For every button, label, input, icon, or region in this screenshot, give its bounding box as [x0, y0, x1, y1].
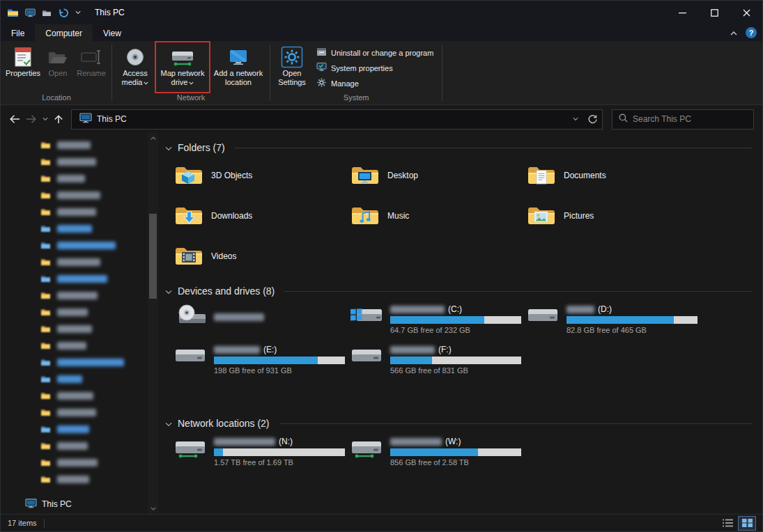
sidebar-item-redacted[interactable] — [1, 237, 158, 253]
folder-tile-pictures[interactable]: Pictures — [526, 200, 696, 232]
address-bar[interactable]: This PC — [71, 109, 603, 130]
rename-button[interactable]: Rename — [73, 42, 109, 92]
redacted-label — [57, 141, 91, 149]
undo-icon[interactable] — [58, 8, 69, 17]
sidebar-item-redacted[interactable] — [1, 287, 158, 304]
sidebar-item-redacted[interactable] — [1, 304, 158, 320]
thumbnails-view-toggle[interactable] — [739, 517, 755, 530]
sidebar-item-redacted[interactable] — [1, 253, 158, 270]
folder-name: Downloads — [211, 211, 252, 221]
folder-tile-3d-objects[interactable]: 3D Objects — [174, 159, 344, 191]
sidebar-item-redacted[interactable] — [1, 387, 158, 404]
tab-view[interactable]: View — [93, 24, 132, 41]
sidebar-item-redacted[interactable] — [1, 136, 158, 153]
sidebar-item-redacted[interactable] — [1, 203, 158, 220]
address-dropdown-chevron-icon[interactable] — [567, 110, 584, 129]
back-button[interactable] — [6, 110, 23, 128]
up-button[interactable] — [50, 110, 67, 128]
drives-section-header[interactable]: Devices and drives (8) — [165, 282, 753, 300]
redacted-label — [57, 158, 96, 166]
close-button[interactable] — [730, 1, 762, 24]
sidebar-item-redacted[interactable] — [1, 404, 158, 421]
folder-icon — [40, 274, 51, 283]
search-box[interactable] — [612, 109, 754, 130]
sidebar-item-redacted[interactable] — [1, 370, 158, 387]
network-section-header[interactable]: Network locations (2) — [165, 414, 753, 432]
group-label-system: System — [272, 92, 440, 104]
sidebar-item-redacted[interactable] — [1, 337, 158, 354]
uninstall-program-item[interactable]: Uninstall or change a program — [313, 46, 437, 59]
properties-qat-icon[interactable] — [25, 8, 36, 17]
open-settings-button[interactable]: Open Settings — [272, 42, 311, 92]
minimize-button[interactable] — [666, 1, 698, 24]
chevron-down-icon — [144, 78, 148, 87]
manage-item[interactable]: Manage — [313, 77, 437, 90]
folder-name: Documents — [564, 171, 606, 180]
properties-button[interactable]: Properties — [3, 42, 43, 92]
scrollbar-thumb[interactable] — [149, 214, 157, 299]
map-network-drive-button[interactable]: Map network drive — [155, 41, 210, 93]
sidebar-item-redacted[interactable] — [1, 170, 158, 187]
capacity-bar — [214, 357, 345, 364]
sidebar-item-this-pc[interactable]: This PC — [1, 496, 147, 513]
redacted-label — [57, 325, 92, 333]
scroll-up-icon[interactable] — [148, 133, 158, 143]
section-title: Folders (7) — [178, 142, 225, 153]
tab-computer[interactable]: Computer — [35, 24, 93, 41]
sidebar-item-redacted[interactable] — [1, 220, 158, 237]
help-icon[interactable]: ? — [746, 27, 757, 38]
access-media-button[interactable]: Access media — [114, 42, 156, 92]
recent-locations-chevron-icon[interactable] — [40, 110, 50, 128]
details-view-toggle[interactable] — [719, 517, 736, 530]
folder-tile-music[interactable]: Music — [350, 200, 520, 232]
collapse-ribbon-icon[interactable] — [730, 28, 737, 38]
new-folder-qat-icon[interactable] — [42, 9, 52, 17]
drive-tile-c[interactable]: (C:)64.7 GB free of 232 GB — [350, 303, 520, 335]
sidebar-item-redacted[interactable] — [1, 354, 158, 370]
system-properties-item[interactable]: System properties — [313, 61, 437, 75]
drive-tile-w[interactable]: (W:)856 GB free of 2.58 TB — [350, 435, 520, 467]
folder-tile-desktop[interactable]: Desktop — [350, 159, 520, 191]
folder-tile-downloads[interactable]: Downloads — [174, 200, 344, 232]
search-input[interactable] — [633, 114, 747, 124]
drive-tile-n[interactable]: (N:)1.57 TB free of 1.69 TB — [174, 435, 344, 467]
redacted-label — [57, 191, 100, 199]
drive-tile-e[interactable]: (E:)198 GB free of 931 GB — [174, 343, 344, 375]
sidebar-item-redacted[interactable] — [1, 421, 158, 437]
chevron-down-icon — [165, 418, 172, 429]
drive-tile-cd[interactable] — [174, 303, 344, 335]
sidebar-item-redacted[interactable] — [1, 471, 158, 487]
free-space-label: 198 GB free of 931 GB — [214, 366, 344, 375]
folder-icon — [40, 324, 51, 333]
tab-file[interactable]: File — [1, 24, 35, 41]
open-button[interactable]: Open — [43, 42, 73, 92]
scroll-down-icon[interactable] — [148, 503, 158, 514]
titlebar[interactable]: This PC — [1, 1, 762, 24]
breadcrumb[interactable]: This PC — [76, 110, 130, 129]
folders-section-header[interactable]: Folders (7) — [165, 139, 753, 157]
sidebar-scrollbar[interactable] — [148, 133, 158, 514]
folder-tile-documents[interactable]: Documents — [526, 159, 696, 191]
sidebar-item-redacted[interactable] — [1, 153, 158, 170]
windows-drive-icon — [350, 303, 383, 328]
drive-tile-f[interactable]: (F:)566 GB free of 831 GB — [350, 343, 520, 375]
maximize-button[interactable] — [698, 1, 730, 24]
explorer-window: This PC File Computer View ? — [0, 0, 763, 532]
sidebar-item-redacted[interactable] — [1, 270, 158, 287]
status-divider — [44, 519, 45, 528]
sidebar-item-redacted[interactable] — [1, 454, 158, 471]
folder-name: Music — [387, 211, 409, 221]
sidebar-item-redacted[interactable] — [1, 437, 158, 454]
sidebar-item-redacted[interactable] — [1, 320, 158, 337]
drive-letter: (C:) — [448, 304, 462, 314]
add-network-location-button[interactable]: Add a network location — [209, 42, 268, 92]
folder-tile-videos[interactable]: Videos — [174, 240, 344, 272]
sidebar-item-redacted[interactable] — [1, 187, 158, 203]
ribbon-separator — [270, 45, 270, 101]
ribbon-separator — [111, 45, 112, 101]
folder-icon — [40, 308, 51, 316]
refresh-icon[interactable] — [584, 110, 601, 129]
drive-tile-d[interactable]: (D:)82.8 GB free of 465 GB — [526, 303, 696, 335]
customize-qat-chevron-icon[interactable] — [75, 10, 81, 15]
forward-button[interactable] — [23, 110, 40, 128]
